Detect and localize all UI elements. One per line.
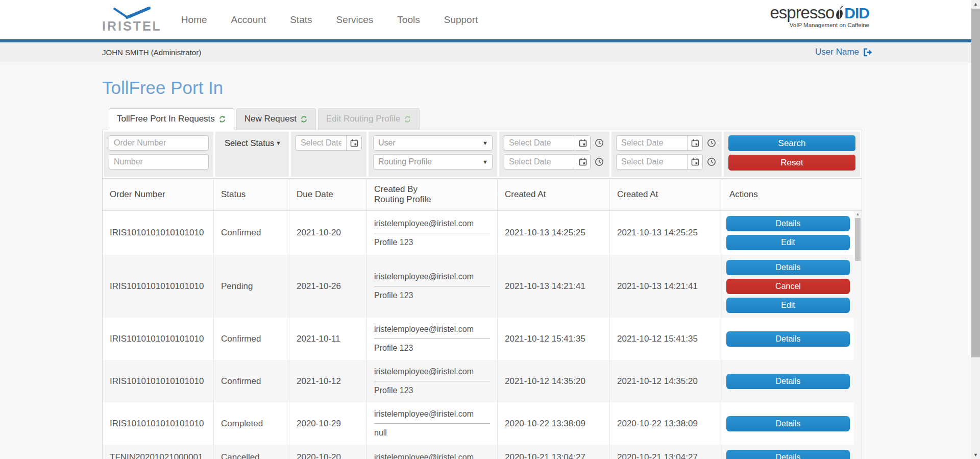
nav-item-account[interactable]: Account xyxy=(231,14,266,26)
details-button[interactable]: Details xyxy=(726,216,850,231)
created-to-input[interactable] xyxy=(504,157,575,166)
cell-created-by: iristelemployee@iristel.com Profile 123 xyxy=(367,318,498,360)
table-scrollbar-thumb[interactable] xyxy=(855,218,861,261)
created-by-email: iristelemployee@iristel.com xyxy=(374,325,490,334)
cell-created-at-1: 2021-10-12 15:41:35 xyxy=(498,318,610,360)
tab-new-request[interactable]: New Request xyxy=(236,108,316,130)
column-header-created-at-2: Created At xyxy=(610,179,722,210)
scroll-down-arrow[interactable]: ▼ xyxy=(971,452,980,457)
nav-item-services[interactable]: Services xyxy=(336,14,374,26)
calendar-icon[interactable] xyxy=(687,155,702,169)
routing-profile-name: null xyxy=(374,428,490,438)
cell-created-by: iristelemployee@iristel.com null xyxy=(367,402,498,445)
user-select[interactable]: User ▼ xyxy=(373,135,493,151)
tab-label: Edit Routing Profile xyxy=(326,114,401,124)
cell-order-number: IRIS1010101010101010 xyxy=(103,211,214,255)
user-bar: JOHN SMITH (Administrator) User Name xyxy=(0,42,980,62)
cell-created-by: iristelemployee@iristel.com Profile 123 xyxy=(367,211,498,255)
cell-created-by: iristelemployee@iristel.com Profile 123 xyxy=(367,360,498,402)
filter-cell-order-number xyxy=(104,132,213,177)
page-scrollbar[interactable]: ▲ ▼ xyxy=(971,0,980,459)
clock-icon[interactable] xyxy=(706,138,717,148)
tab-label: TollFree Port In Requests xyxy=(117,114,215,124)
cell-created-at-2: 2021-10-12 14:35:20 xyxy=(610,360,722,402)
cancel-button[interactable]: Cancel xyxy=(726,279,850,294)
nav-item-stats[interactable]: Stats xyxy=(290,14,312,26)
nav-item-tools[interactable]: Tools xyxy=(397,14,420,26)
iristel-logo[interactable]: IRISTEL xyxy=(102,7,162,33)
cell-created-at-2: 2021-10-13 14:21:41 xyxy=(610,255,722,318)
clock-icon[interactable] xyxy=(706,157,717,166)
created-by-email: iristelemployee@iristel.com xyxy=(374,453,490,459)
cell-due-date: 2020-10-20 xyxy=(289,445,367,459)
cell-created-at-1: 2020-10-22 13:38:09 xyxy=(498,402,610,445)
cell-divider xyxy=(374,286,490,286)
page-scrollbar-thumb[interactable] xyxy=(971,9,980,357)
tab-label: New Request xyxy=(244,114,297,124)
due-date-input[interactable] xyxy=(296,138,346,148)
nav-item-home[interactable]: Home xyxy=(181,14,207,26)
tab-edit-routing-profile[interactable]: Edit Routing Profile xyxy=(318,108,420,130)
table-row: IRIS1010101010101010 Completed 2020-10-2… xyxy=(103,402,854,445)
details-button[interactable]: Details xyxy=(726,260,850,275)
cell-due-date: 2021-10-12 xyxy=(289,360,367,402)
cell-actions: Details xyxy=(722,445,854,459)
cell-due-date: 2021-10-20 xyxy=(289,211,367,255)
created-by-email: iristelemployee@iristel.com xyxy=(374,409,490,419)
cell-order-number: IRIS1010101010101010 xyxy=(103,402,214,445)
scroll-up-arrow[interactable]: ▲ xyxy=(971,2,980,7)
search-button[interactable]: Search xyxy=(728,135,855,151)
table-row: IRIS1010101010101010 Pending 2021-10-26 … xyxy=(103,255,854,318)
scroll-up-arrow[interactable]: ▲ xyxy=(854,212,862,216)
clock-icon[interactable] xyxy=(594,138,605,148)
edit-button[interactable]: Edit xyxy=(726,298,850,313)
nav-item-support[interactable]: Support xyxy=(444,14,478,26)
created-by-email: iristelemployee@iristel.com xyxy=(374,367,490,376)
tab-tollfree-port-in-requests[interactable]: TollFree Port In Requests xyxy=(109,108,234,130)
cell-created-by: iristelemployee@iristel.com Profile 123 xyxy=(367,255,498,318)
cell-divider xyxy=(374,339,490,339)
routing-profile-name: Profile 123 xyxy=(374,344,490,353)
order-number-input[interactable] xyxy=(109,135,209,151)
column-header-order-number: Order Number xyxy=(103,179,214,210)
created-to-input-2[interactable] xyxy=(617,157,687,166)
column-header-status: Status xyxy=(214,179,289,210)
cell-status: Pending xyxy=(214,255,289,318)
routing-profile-select[interactable]: Routing Profile ▼ xyxy=(373,154,493,170)
details-button[interactable]: Details xyxy=(726,416,850,431)
cell-divider xyxy=(374,233,490,233)
cell-divider xyxy=(374,381,490,381)
table-scrollbar[interactable]: ▲ xyxy=(854,211,862,459)
calendar-icon[interactable] xyxy=(346,136,361,150)
cell-status: Confirmed xyxy=(214,360,289,402)
table-body-wrap: IRIS1010101010101010 Confirmed 2021-10-2… xyxy=(103,211,862,459)
status-select[interactable]: Select Status ▼ xyxy=(220,135,284,151)
details-button[interactable]: Details xyxy=(726,331,850,347)
cell-created-at-2: 2020-10-21 13:04:27 xyxy=(610,445,722,459)
routing-profile-name: Profile 123 xyxy=(374,386,490,395)
requests-panel: Select Status ▼ xyxy=(102,130,862,459)
number-input[interactable] xyxy=(109,154,209,170)
tab-bar: TollFree Port In Requests New Request Ed… xyxy=(109,108,980,130)
details-button[interactable]: Details xyxy=(726,450,850,459)
details-button[interactable]: Details xyxy=(726,374,850,389)
reset-button[interactable]: Reset xyxy=(728,155,855,171)
account-menu-link[interactable]: User Name xyxy=(815,47,873,57)
table-row: IRIS1010101010101010 Confirmed 2021-10-1… xyxy=(103,318,854,360)
logo-tagline: VoIP Management on Caffeine xyxy=(770,22,869,28)
logged-in-user: JOHN SMITH (Administrator) xyxy=(102,48,201,57)
calendar-icon[interactable] xyxy=(575,155,590,169)
calendar-icon[interactable] xyxy=(687,136,702,150)
edit-button[interactable]: Edit xyxy=(726,235,850,250)
calendar-icon[interactable] xyxy=(575,136,590,150)
created-from-input[interactable] xyxy=(504,138,575,148)
filter-bar: Select Status ▼ xyxy=(103,130,862,178)
created-from-input-2[interactable] xyxy=(617,138,687,148)
table-row: TFNIN20201021000001 Cancelled 2020-10-20… xyxy=(103,445,854,459)
cell-created-at-1: 2021-10-13 14:21:41 xyxy=(498,255,610,318)
table-row: IRIS1010101010101010 Confirmed 2021-10-2… xyxy=(103,211,854,255)
chevron-down-icon: ▼ xyxy=(482,140,488,146)
refresh-icon xyxy=(404,115,411,123)
clock-icon[interactable] xyxy=(594,157,605,166)
cell-created-at-1: 2020-10-21 13:04:27 xyxy=(498,445,610,459)
